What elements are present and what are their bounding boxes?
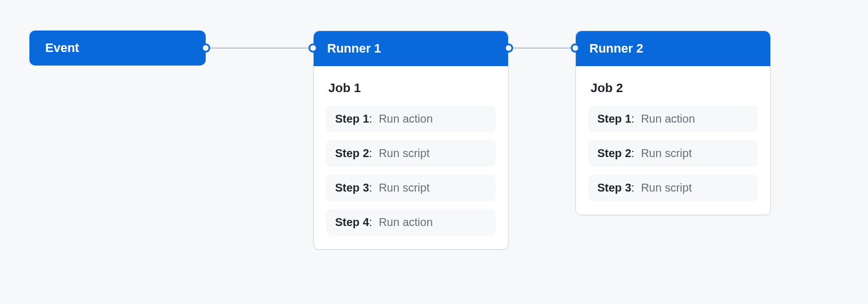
step-label: Step 3 (335, 181, 369, 194)
runner-title: Runner 1 (327, 41, 381, 55)
step-item: Step 3: Run script (588, 175, 758, 201)
job-title: Job 2 (591, 81, 756, 95)
runner-header: Runner 2 (576, 31, 770, 66)
step-desc: Run script (641, 147, 692, 159)
step-label: Step 1 (597, 112, 631, 125)
step-item: Step 2: Run script (588, 140, 758, 167)
job-title: Job 1 (328, 81, 493, 95)
runner-header: Runner 1 (314, 31, 508, 66)
runner-body: Job 1 Step 1: Run action Step 2: Run scr… (314, 66, 508, 249)
event-label: Event (45, 41, 79, 55)
step-desc: Run action (379, 112, 433, 125)
connector-dot (309, 44, 318, 53)
step-desc: Run action (379, 216, 433, 228)
step-item: Step 3: Run script (326, 175, 496, 201)
connector-dot (571, 44, 580, 53)
runner-title: Runner 2 (589, 41, 643, 55)
connector-dot (504, 44, 513, 53)
step-label: Step 1 (335, 112, 369, 125)
connector-line (198, 47, 316, 49)
runner-card: Runner 2 Job 2 Step 1: Run action Step 2… (575, 31, 771, 215)
runner-body: Job 2 Step 1: Run action Step 2: Run scr… (576, 66, 770, 215)
step-desc: Run script (379, 147, 429, 159)
steps-list: Step 1: Run action Step 2: Run script St… (588, 106, 758, 201)
steps-list: Step 1: Run action Step 2: Run script St… (326, 106, 496, 236)
step-item: Step 4: Run action (326, 209, 496, 236)
step-item: Step 1: Run action (588, 106, 758, 132)
workflow-diagram: Event Runner 1 Job 1 Step 1: Run action … (0, 0, 868, 304)
step-desc: Run action (641, 112, 695, 125)
step-label: Step 3 (597, 181, 631, 194)
event-node: Event (29, 31, 206, 66)
step-label: Step 2 (335, 147, 369, 159)
runner-card: Runner 1 Job 1 Step 1: Run action Step 2… (313, 31, 509, 250)
step-label: Step 4 (335, 216, 369, 228)
step-item: Step 1: Run action (326, 106, 496, 132)
step-desc: Run script (641, 181, 692, 194)
connector-line (503, 47, 576, 49)
connector-dot (201, 44, 210, 53)
step-desc: Run script (379, 181, 429, 194)
step-label: Step 2 (597, 147, 631, 159)
step-item: Step 2: Run script (326, 140, 496, 167)
